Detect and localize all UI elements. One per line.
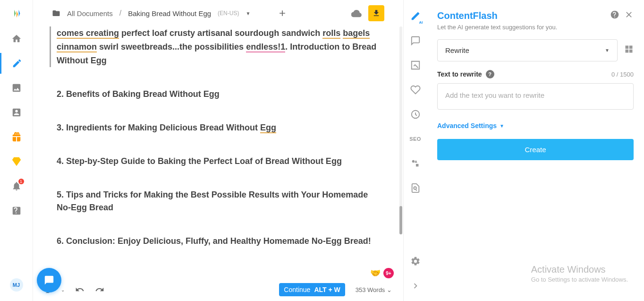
add-document-icon[interactable] (278, 9, 287, 18)
chevron-down-icon: ▼ (500, 123, 504, 129)
svg-rect-1 (415, 164, 418, 167)
char-count: 0 / 1500 (611, 71, 634, 78)
notif-badge: 1 (18, 179, 24, 184)
home-icon[interactable] (11, 33, 22, 44)
breadcrumb-sep: / (119, 9, 121, 17)
panel-subtitle: Let the AI generate text suggestions for… (437, 24, 634, 31)
mode-select[interactable]: Rewrite ▼ (437, 39, 618, 61)
app-logo[interactable] (11, 9, 22, 20)
heading-6: 6. Conclusion: Enjoy Delicious, Fluffy, … (57, 235, 380, 248)
search-doc-icon[interactable] (410, 182, 421, 194)
doc-title[interactable]: Baking Bread Without Egg (128, 9, 211, 17)
user-avatar[interactable]: MJ (10, 278, 23, 292)
chevron-down-icon: ▼ (605, 48, 610, 53)
lang-indicator: (EN-US) (218, 10, 239, 17)
contact-icon[interactable] (11, 107, 22, 118)
panel-close-icon[interactable] (624, 9, 634, 22)
word-count[interactable]: 353 Words ⌄ (356, 286, 392, 293)
chat-button[interactable] (37, 268, 61, 292)
ai-tool-icon[interactable]: AI (410, 10, 421, 22)
label-help-icon[interactable]: ? (486, 70, 494, 78)
download-button[interactable] (368, 5, 384, 21)
all-documents-link[interactable]: All Documents (67, 9, 113, 17)
create-button[interactable]: Create (437, 139, 634, 160)
diamond-icon[interactable] (11, 156, 22, 167)
heading-5: 5. Tips and Tricks for Making the Best P… (57, 189, 380, 214)
gift-icon[interactable] (11, 131, 22, 143)
heading-3: 3. Ingredients for Making Delicious Brea… (57, 121, 380, 134)
chat-icon[interactable] (410, 35, 421, 46)
collapse-panel-icon[interactable] (410, 280, 421, 292)
shapes-icon[interactable] (410, 158, 421, 169)
advanced-settings-toggle[interactable]: Advanced Settings ▼ (437, 122, 634, 129)
rewrite-label: Text to rewrite (437, 70, 482, 78)
lang-dropdown-caret[interactable]: ▼ (246, 11, 250, 16)
svg-point-0 (412, 160, 415, 163)
settings-icon[interactable] (410, 256, 421, 267)
panel-help-icon[interactable] (610, 9, 619, 22)
continue-button[interactable]: Continue ALT + W (279, 283, 345, 296)
folder-icon[interactable] (52, 9, 60, 17)
heart-icon[interactable] (410, 84, 421, 95)
image-suggest-icon[interactable] (410, 60, 421, 71)
edit-icon[interactable] (0, 53, 33, 74)
redo-icon[interactable] (95, 284, 104, 295)
seo-icon[interactable]: SEO (410, 133, 421, 145)
panel-title: ContentFlash (437, 10, 605, 21)
layout-grid-icon[interactable] (624, 44, 634, 57)
format-dropdown-caret[interactable]: ⌄ (61, 287, 65, 292)
heading-4: 4. Step-by-Step Guide to Baking the Perf… (57, 155, 380, 168)
bell-icon[interactable]: 1 (11, 181, 22, 192)
rewrite-textarea[interactable] (437, 83, 634, 110)
scrollbar[interactable] (399, 26, 402, 234)
handshake-icon[interactable]: 🤝 (370, 268, 381, 278)
cloud-sync-icon[interactable] (351, 8, 362, 18)
document-editor[interactable]: comes creating perfect loaf crusty artis… (33, 26, 403, 278)
history-icon[interactable] (410, 109, 421, 120)
windows-watermark: Activate Windows Go to Settings to activ… (531, 264, 628, 283)
notif-counter[interactable]: 9+ (383, 268, 394, 278)
image-icon[interactable] (11, 82, 22, 94)
undo-icon[interactable] (75, 284, 85, 295)
heading-2: 2. Benefits of Baking Bread Without Egg (57, 88, 380, 101)
help-icon[interactable] (11, 205, 22, 216)
